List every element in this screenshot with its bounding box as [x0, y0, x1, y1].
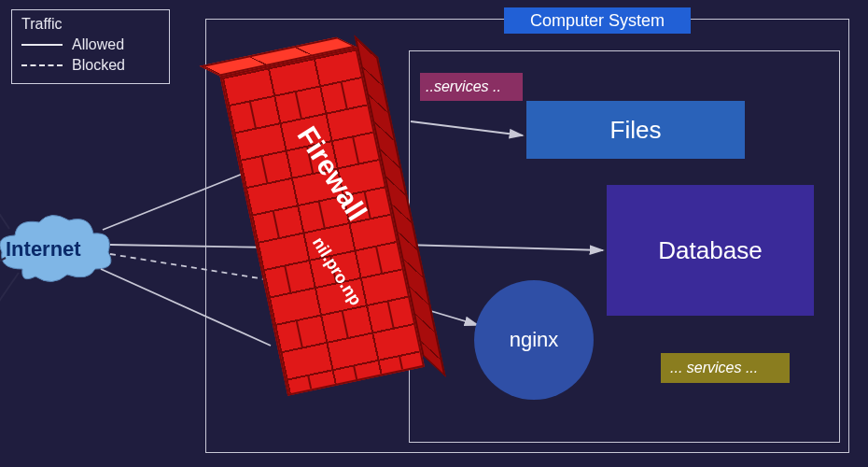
legend-blocked-line: [21, 64, 63, 66]
computer-system-title: Computer System: [504, 7, 691, 34]
files-node: Files: [526, 101, 745, 159]
services-top-label: ..services ..: [420, 73, 523, 101]
nginx-node: nginx: [474, 280, 594, 400]
legend-allowed-row: Allowed: [21, 36, 160, 53]
internet-label: Internet: [6, 237, 81, 262]
legend-allowed-label: Allowed: [72, 36, 124, 53]
legend-title: Traffic: [21, 16, 160, 33]
services-bottom-label: ... services ...: [661, 353, 790, 383]
files-label: Files: [610, 116, 662, 145]
legend-allowed-line: [21, 44, 63, 46]
database-node: Database: [607, 185, 814, 316]
legend-blocked-row: Blocked: [21, 57, 160, 74]
database-label: Database: [658, 236, 762, 265]
legend-blocked-label: Blocked: [72, 57, 125, 74]
nginx-label: nginx: [510, 328, 559, 352]
traffic-legend: Traffic Allowed Blocked: [11, 9, 170, 84]
